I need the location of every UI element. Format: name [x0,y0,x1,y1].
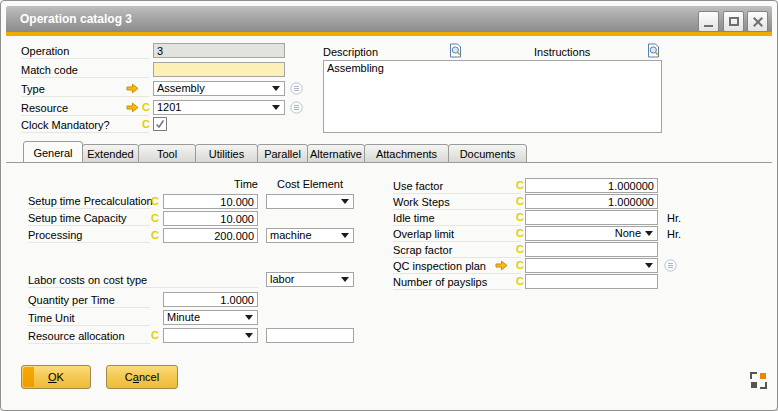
c-flag-icon: C [516,227,525,240]
processing-label: Processing [28,228,150,243]
resource-dropdown[interactable]: 1201 [153,100,285,115]
accent-stripe [6,32,772,36]
column-header-cost-element: Cost Element [266,177,354,192]
tab-general[interactable]: General [23,141,83,163]
resize-grip-icon[interactable] [749,371,768,390]
dropdown-arrow-icon [272,86,280,91]
processing-time-field[interactable] [163,228,258,243]
time-unit-label: Time Unit [28,311,150,326]
dropdown-arrow-icon [341,199,349,204]
dropdown-arrow-icon [645,231,653,236]
description-label: Description [323,45,433,60]
work-steps-label: Work Steps [393,195,521,210]
dropdown-arrow-icon [341,233,349,238]
default-button-accent [23,367,34,387]
c-flag-icon: C [151,229,160,242]
quantity-per-time-label: Quantity per Time [28,293,150,308]
number-of-payslips-label: Number of payslips [393,275,521,290]
choose-from-list-icon[interactable] [290,101,303,114]
operation-label: Operation [21,44,149,59]
c-flag-icon: C [151,195,160,208]
c-flag-icon: C [516,243,525,256]
tab-utilities[interactable]: Utilities [195,144,258,163]
link-arrow-icon[interactable] [126,102,139,113]
cancel-button[interactable]: Cancel [106,365,178,389]
scrap-factor-field[interactable] [525,242,658,257]
type-dropdown[interactable]: Assembly [153,81,285,96]
link-arrow-icon[interactable] [495,260,508,271]
instructions-label: Instructions [534,45,644,60]
tab-parallel[interactable]: Parallel [257,144,308,163]
c-flag-icon: C [516,275,525,288]
idle-time-unit: Hr. [667,211,681,226]
title-bar[interactable]: Operation catalog 3 [6,6,772,32]
c-flag-icon: C [142,101,151,114]
maximize-icon [729,17,739,26]
dropdown-arrow-icon [645,263,653,268]
minimize-button[interactable] [698,11,719,32]
description-textarea[interactable]: Assembling [323,60,662,133]
tab-attachments[interactable]: Attachments [364,144,449,163]
number-of-payslips-field[interactable] [525,274,658,289]
choose-from-list-icon[interactable] [290,82,303,95]
preview-instructions-icon[interactable] [647,43,660,58]
setup-precalc-label: Setup time Precalculation [28,194,150,209]
clock-mandatory-label: Clock Mandatory? [21,118,149,133]
clock-mandatory-checkbox[interactable] [153,117,167,131]
link-arrow-icon[interactable] [126,83,139,94]
idle-time-field[interactable] [525,210,658,225]
c-flag-icon: C [516,211,525,224]
tab-extended[interactable]: Extended [82,144,139,163]
dropdown-arrow-icon [245,315,253,320]
checkmark-icon [154,118,166,130]
tab-alternative[interactable]: Alternative [307,144,365,163]
operation-field [153,43,285,58]
use-factor-label: Use factor [393,179,521,194]
maximize-button[interactable] [723,11,744,32]
resource-allocation-dropdown[interactable] [163,328,258,343]
quantity-per-time-field[interactable] [163,292,258,307]
match-code-field[interactable] [153,62,285,77]
setup-precalc-time-field[interactable] [163,194,258,209]
c-flag-icon: C [142,118,151,131]
setup-precalc-cost-element-dropdown[interactable] [266,194,354,209]
match-code-label: Match code [21,63,149,78]
setup-capacity-time-field[interactable] [163,211,258,226]
scrap-factor-label: Scrap factor [393,243,521,258]
preview-description-icon[interactable] [449,43,462,58]
time-unit-dropdown[interactable]: Minute [163,310,258,325]
idle-time-label: Idle time [393,211,521,226]
work-steps-field[interactable] [525,194,658,209]
overlap-limit-unit: Hr. [667,227,681,242]
tab-tool[interactable]: Tool [138,144,196,163]
c-flag-icon: C [516,259,525,272]
c-flag-icon: C [151,329,160,342]
overlap-limit-dropdown[interactable]: None [525,226,658,241]
c-flag-icon: C [151,212,160,225]
labor-costs-dropdown[interactable]: labor [266,272,354,287]
window-title: Operation catalog 3 [20,6,132,32]
processing-cost-element-dropdown[interactable]: machine [266,228,354,243]
minimize-icon [704,25,713,27]
overlap-limit-label: Overlap limit [393,227,521,242]
use-factor-field[interactable] [525,178,658,193]
resource-allocation-extra-field[interactable] [266,328,354,343]
column-header-time: Time [163,177,258,192]
close-button[interactable] [747,11,768,32]
choose-from-list-icon[interactable] [664,259,677,272]
operation-catalog-window: Operation catalog 3 Operation Match code… [0,0,778,411]
c-flag-icon: C [516,195,525,208]
dropdown-arrow-icon [341,277,349,282]
dropdown-arrow-icon [245,333,253,338]
labor-costs-label: Labor costs on cost type [28,273,258,288]
dropdown-arrow-icon [272,105,280,110]
resource-allocation-label: Resource allocation [28,329,150,344]
c-flag-icon: C [516,179,525,192]
tab-documents[interactable]: Documents [448,144,527,163]
qc-inspection-plan-dropdown[interactable] [525,258,658,273]
setup-capacity-label: Setup time Capacity [28,211,150,226]
ok-button[interactable]: OK [21,365,91,389]
